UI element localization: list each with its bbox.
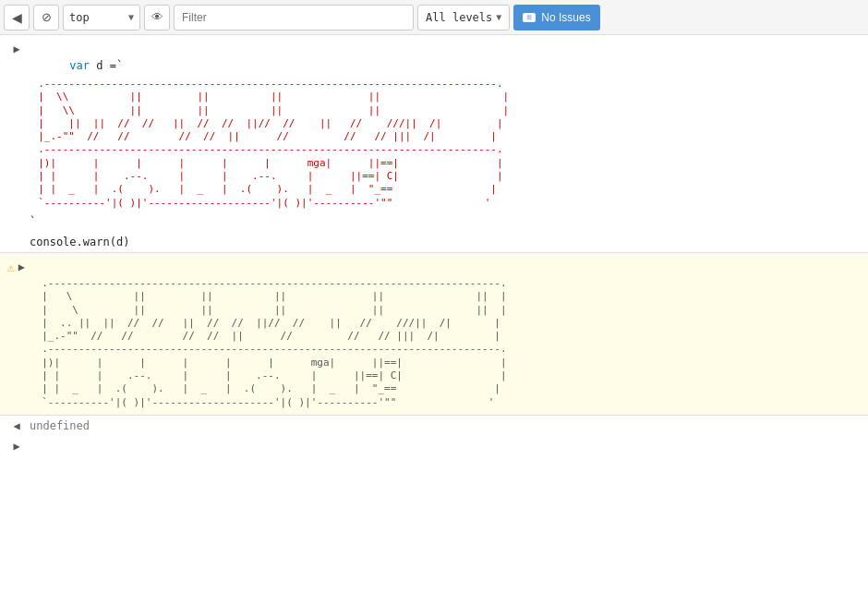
- filter-input-wrapper[interactable]: [174, 5, 414, 30]
- console-line-var: ▶ var d =`: [0, 39, 868, 76]
- eye-button[interactable]: 👁: [144, 5, 170, 30]
- context-selector[interactable]: top ▼: [63, 5, 140, 30]
- filter-input[interactable]: [175, 11, 413, 24]
- console-line-result: ◀ undefined: [0, 416, 868, 436]
- eye-icon: 👁: [151, 10, 163, 24]
- back-icon: ◀: [12, 10, 22, 25]
- expand-arrow[interactable]: ▶: [13, 42, 19, 55]
- levels-label: All levels: [426, 11, 492, 24]
- block-button[interactable]: ⊘: [33, 5, 59, 30]
- result-arrow-icon: ◀: [13, 419, 19, 432]
- warn-output-line: ⚠ ▶: [0, 259, 868, 277]
- console-toolbar: ◀ ⊘ top ▼ 👁 All levels ▼ No Issues: [0, 0, 868, 35]
- result-text: undefined: [30, 418, 90, 434]
- warning-icon: ⚠: [7, 259, 15, 277]
- warn-output-block: ⚠ ▶ .-----------------------------------…: [0, 252, 868, 416]
- ascii-art-red-block: .---------------------------------------…: [0, 76, 868, 212]
- block-icon: ⊘: [42, 10, 52, 24]
- levels-selector[interactable]: All levels ▼: [417, 5, 510, 30]
- prompt-gutter: ▶: [7, 438, 26, 454]
- var-declaration-text: var d =`: [30, 41, 123, 74]
- console-output-area: ▶ var d =` .----------------------------…: [0, 35, 868, 593]
- no-issues-label: No Issues: [541, 11, 590, 24]
- prompt-caret-icon: ▶: [13, 440, 19, 453]
- ascii-art-dark-block: .---------------------------------------…: [0, 277, 868, 409]
- levels-chevron-icon: ▼: [496, 12, 501, 22]
- backtick-close-text: `: [30, 213, 36, 230]
- console-line-backtick: `: [0, 212, 868, 232]
- result-gutter: ◀: [7, 418, 26, 434]
- ascii-art-red-pre: .---------------------------------------…: [26, 78, 861, 210]
- ascii-art-dark-pre: .---------------------------------------…: [30, 277, 868, 409]
- console-line-warn-call: console.warn(d): [0, 232, 868, 252]
- issues-icon: [523, 13, 536, 22]
- line-gutter: ▶: [7, 41, 26, 57]
- context-label: top: [69, 11, 125, 24]
- warn-expand-arrow[interactable]: ▶: [18, 259, 33, 275]
- chevron-down-icon: ▼: [128, 12, 134, 22]
- warn-call-text: console.warn(d): [30, 234, 129, 250]
- no-issues-button[interactable]: No Issues: [513, 5, 599, 30]
- back-button[interactable]: ◀: [4, 5, 30, 30]
- console-prompt-line: ▶: [0, 436, 868, 456]
